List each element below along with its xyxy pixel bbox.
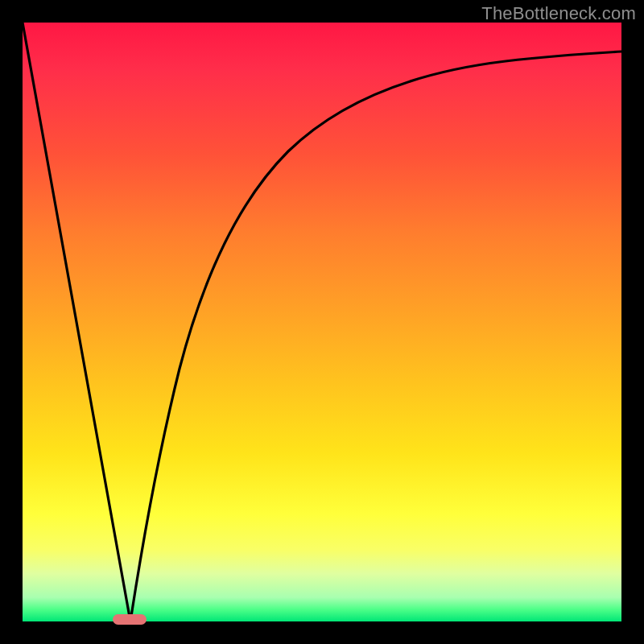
chart-curves	[23, 23, 621, 621]
optimal-range-marker	[113, 614, 147, 625]
plot-area	[23, 23, 621, 621]
curve-right-asymptote	[130, 52, 621, 621]
watermark-text: TheBottleneck.com	[481, 3, 636, 24]
chart-container: TheBottleneck.com	[0, 0, 644, 644]
curve-left-descent	[23, 23, 130, 621]
